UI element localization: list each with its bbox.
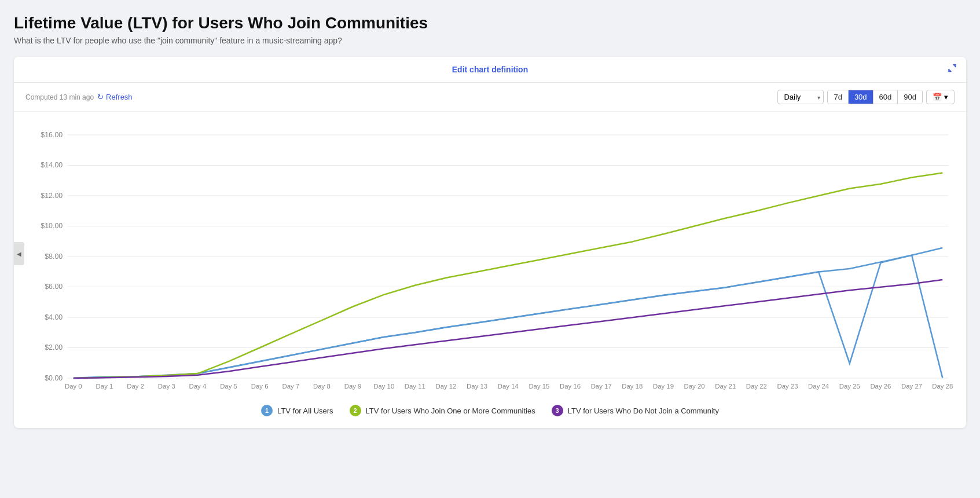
- svg-text:$4.00: $4.00: [45, 313, 63, 321]
- day-7-button[interactable]: 7d: [828, 90, 847, 104]
- toolbar-right: Daily Hourly Weekly Monthly 7d 30d 60d 9…: [777, 90, 955, 104]
- svg-text:Day 25: Day 25: [839, 383, 860, 390]
- legend-circle-2: 2: [350, 405, 361, 416]
- svg-text:$8.00: $8.00: [45, 252, 63, 261]
- svg-text:$10.00: $10.00: [41, 222, 63, 230]
- refresh-label: Refresh: [106, 93, 133, 101]
- svg-text:$14.00: $14.00: [41, 162, 63, 170]
- legend-item-no-community: 3 LTV for Users Who Do Not Join a Commun…: [552, 405, 719, 416]
- svg-text:Day 17: Day 17: [591, 383, 612, 390]
- svg-text:$6.00: $6.00: [45, 283, 63, 291]
- edit-bar: Edit chart definition: [14, 57, 966, 83]
- svg-text:Day 28: Day 28: [932, 383, 953, 390]
- chart-area: ◀ $0.00 $2.00 $4.00 $6.00 $8.00: [14, 112, 966, 396]
- sidebar-toggle-button[interactable]: ◀: [14, 242, 24, 265]
- legend-item-all-users: 1 LTV for All Users: [261, 405, 333, 416]
- day-range-group: 7d 30d 60d 90d: [827, 90, 923, 104]
- svg-text:Day 8: Day 8: [313, 383, 331, 390]
- svg-text:$12.00: $12.00: [41, 192, 63, 200]
- green-line: [74, 173, 942, 378]
- svg-text:$16.00: $16.00: [41, 131, 63, 139]
- page-title: Lifetime Value (LTV) for Users Who Join …: [14, 14, 966, 32]
- svg-text:Day 2: Day 2: [127, 383, 144, 390]
- svg-text:Day 12: Day 12: [435, 383, 456, 390]
- svg-text:Day 11: Day 11: [405, 383, 425, 390]
- svg-text:Day 5: Day 5: [220, 383, 237, 390]
- chart-legend: 1 LTV for All Users 2 LTV for Users Who …: [14, 396, 966, 428]
- legend-item-join-community: 2 LTV for Users Who Join One or More Com…: [350, 405, 535, 416]
- svg-text:Day 23: Day 23: [777, 383, 798, 390]
- legend-label-1: LTV for All Users: [277, 407, 333, 415]
- svg-text:Day 7: Day 7: [282, 383, 299, 390]
- svg-text:Day 0: Day 0: [65, 383, 82, 390]
- svg-text:Day 19: Day 19: [653, 383, 674, 390]
- svg-text:Day 4: Day 4: [189, 383, 207, 390]
- svg-text:Day 22: Day 22: [746, 383, 767, 390]
- refresh-button[interactable]: ↻ Refresh: [97, 93, 133, 101]
- svg-text:Day 6: Day 6: [251, 383, 269, 390]
- legend-label-3: LTV for Users Who Do Not Join a Communit…: [568, 407, 719, 415]
- svg-text:$2.00: $2.00: [45, 344, 63, 352]
- svg-text:Day 10: Day 10: [373, 383, 394, 390]
- edit-chart-button[interactable]: Edit chart definition: [452, 65, 528, 74]
- svg-text:Day 20: Day 20: [684, 383, 705, 390]
- calendar-icon: 📅: [933, 93, 942, 101]
- svg-text:Day 15: Day 15: [528, 383, 549, 390]
- svg-text:Day 18: Day 18: [622, 383, 643, 390]
- chart-container: Computed 13 min ago ↻ Refresh Daily Hour…: [14, 83, 966, 428]
- svg-text:Day 1: Day 1: [96, 383, 113, 390]
- svg-text:Day 27: Day 27: [901, 383, 922, 390]
- calendar-button[interactable]: 📅 ▾: [926, 90, 955, 104]
- page-subtitle: What is the LTV for people who use the "…: [14, 36, 966, 45]
- svg-text:Day 21: Day 21: [715, 383, 736, 390]
- refresh-icon: ↻: [97, 93, 104, 101]
- chart-toolbar: Computed 13 min ago ↻ Refresh Daily Hour…: [14, 83, 966, 112]
- day-90-button[interactable]: 90d: [897, 90, 922, 104]
- granularity-select[interactable]: Daily Hourly Weekly Monthly: [777, 90, 824, 104]
- svg-text:Day 24: Day 24: [808, 383, 829, 390]
- calendar-dropdown-icon: ▾: [944, 93, 948, 101]
- svg-text:Day 13: Day 13: [467, 383, 487, 390]
- svg-text:$0.00: $0.00: [45, 374, 63, 382]
- svg-text:Day 9: Day 9: [344, 383, 362, 390]
- svg-text:Day 14: Day 14: [498, 383, 519, 390]
- legend-circle-3: 3: [552, 405, 563, 416]
- purple-line: [74, 280, 942, 378]
- blue-line: [74, 248, 942, 378]
- computed-info: Computed 13 min ago ↻ Refresh: [25, 93, 133, 101]
- granularity-wrapper: Daily Hourly Weekly Monthly: [777, 90, 824, 104]
- svg-text:Day 16: Day 16: [560, 383, 581, 390]
- legend-label-2: LTV for Users Who Join One or More Commu…: [366, 407, 535, 415]
- day-30-button[interactable]: 30d: [848, 90, 873, 104]
- computed-text: Computed 13 min ago: [25, 93, 94, 101]
- svg-text:Day 3: Day 3: [158, 383, 175, 390]
- main-chart-svg: $0.00 $2.00 $4.00 $6.00 $8.00 $10.00 $12…: [25, 118, 955, 396]
- legend-circle-1: 1: [261, 405, 273, 416]
- chart-card: Edit chart definition Computed 13 min ag…: [14, 57, 966, 428]
- expand-button[interactable]: [948, 64, 957, 76]
- day-60-button[interactable]: 60d: [873, 90, 898, 104]
- svg-text:Day 26: Day 26: [870, 383, 891, 390]
